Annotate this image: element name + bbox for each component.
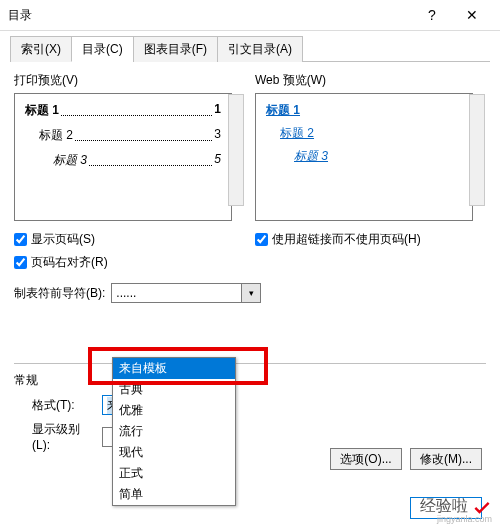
help-button[interactable]: ? (412, 1, 452, 29)
format-row: 格式(T): 来自模板 ▾ (32, 395, 486, 415)
preview-row: 打印预览(V) 标题 11 标题 23 标题 35 Web 预览(W) (14, 72, 486, 221)
chk-show-page-numbers-label: 显示页码(S) (31, 231, 95, 248)
tab-figures[interactable]: 图表目录(F) (133, 36, 218, 62)
wpv-heading3[interactable]: 标题 3 (294, 148, 462, 165)
tab-leader-row: 制表符前导符(B): ...... ▾ (14, 283, 486, 303)
titlebar-buttons: ? ✕ (412, 1, 492, 29)
print-preview-label-text: 打印预览(V) (14, 73, 78, 87)
print-preview-label: 打印预览(V) (14, 72, 245, 89)
format-option-formal[interactable]: 正式 (113, 463, 235, 484)
pv-heading3-text: 标题 3 (53, 152, 87, 169)
tab-leader-value: ...... (116, 286, 136, 300)
left-checks: 显示页码(S) 页码右对齐(R) (14, 225, 245, 277)
window-title: 目录 (8, 7, 412, 24)
separator-line (14, 363, 486, 364)
titlebar: 目录 ? ✕ (0, 0, 500, 31)
chk-show-page-numbers-box[interactable] (14, 233, 27, 246)
pv-heading1: 标题 11 (25, 102, 221, 119)
pv-heading2-text: 标题 2 (39, 127, 73, 144)
web-preview-label-text: Web 预览(W) (255, 73, 326, 87)
watermark: 经验啦 jingyanla.com (420, 496, 492, 517)
web-preview-scrollbar[interactable] (469, 94, 485, 206)
levels-label: 显示级别(L): (32, 421, 96, 452)
toc-dialog: 目录 ? ✕ 索引(X) 目录(C) 图表目录(F) 引文目录(A) 打印预览(… (0, 0, 500, 525)
dialog-button-row: 选项(O)... 修改(M)... (330, 448, 482, 470)
modify-button[interactable]: 修改(M)... (410, 448, 482, 470)
chk-use-hyperlinks-label: 使用超链接而不使用页码(H) (272, 231, 421, 248)
pv-heading1-text: 标题 1 (25, 102, 59, 119)
web-preview-label: Web 预览(W) (255, 72, 486, 89)
web-preview: 标题 1 标题 2 标题 3 (255, 93, 473, 221)
print-preview-scrollbar[interactable] (228, 94, 244, 206)
close-button[interactable]: ✕ (452, 1, 492, 29)
tab-index[interactable]: 索引(X) (10, 36, 72, 62)
format-option-elegant[interactable]: 优雅 (113, 400, 235, 421)
leader-dots (61, 102, 212, 116)
pv-heading3: 标题 35 (53, 152, 221, 169)
print-preview-wrap: 标题 11 标题 23 标题 35 (14, 93, 245, 221)
format-dropdown-list[interactable]: 来自模板 古典 优雅 流行 现代 正式 简单 (112, 357, 236, 506)
format-option-from-template[interactable]: 来自模板 (113, 358, 235, 379)
chevron-down-icon: ▾ (241, 284, 260, 302)
chk-show-page-numbers[interactable]: 显示页码(S) (14, 231, 245, 248)
tab-citations[interactable]: 引文目录(A) (217, 36, 303, 62)
tab-strip: 索引(X) 目录(C) 图表目录(F) 引文目录(A) (10, 35, 490, 62)
tab-leader-label: 制表符前导符(B): (14, 285, 105, 302)
checkbox-row: 显示页码(S) 页码右对齐(R) 使用超链接而不使用页码(H) (14, 225, 486, 277)
tab-body: 打印预览(V) 标题 11 标题 23 标题 35 Web 预览(W) (10, 62, 490, 462)
chk-right-align[interactable]: 页码右对齐(R) (14, 254, 245, 271)
pv-heading2-page: 3 (214, 127, 221, 144)
web-preview-wrap: 标题 1 标题 2 标题 3 (255, 93, 486, 221)
print-preview-col: 打印预览(V) 标题 11 标题 23 标题 35 (14, 72, 245, 221)
chk-right-align-box[interactable] (14, 256, 27, 269)
chk-use-hyperlinks[interactable]: 使用超链接而不使用页码(H) (255, 231, 486, 248)
pv-heading1-page: 1 (214, 102, 221, 119)
right-checks: 使用超链接而不使用页码(H) (255, 225, 486, 277)
pv-heading3-page: 5 (214, 152, 221, 169)
format-option-modern[interactable]: 现代 (113, 442, 235, 463)
web-preview-col: Web 预览(W) 标题 1 标题 2 标题 3 (255, 72, 486, 221)
chk-use-hyperlinks-box[interactable] (255, 233, 268, 246)
format-option-simple[interactable]: 简单 (113, 484, 235, 505)
pv-heading2: 标题 23 (39, 127, 221, 144)
print-preview: 标题 11 标题 23 标题 35 (14, 93, 232, 221)
client-area: 索引(X) 目录(C) 图表目录(F) 引文目录(A) 打印预览(V) 标题 1… (0, 31, 500, 462)
leader-dots (75, 127, 212, 141)
chk-right-align-label: 页码右对齐(R) (31, 254, 108, 271)
wpv-heading2[interactable]: 标题 2 (280, 125, 462, 142)
tab-toc[interactable]: 目录(C) (71, 36, 134, 62)
format-label: 格式(T): (32, 397, 96, 414)
leader-dots (89, 152, 212, 166)
general-group-title: 常规 (14, 372, 486, 389)
format-option-fashion[interactable]: 流行 (113, 421, 235, 442)
watermark-url: jingyanla.com (437, 514, 492, 524)
options-button[interactable]: 选项(O)... (330, 448, 402, 470)
wpv-heading1[interactable]: 标题 1 (266, 102, 462, 119)
format-option-classic[interactable]: 古典 (113, 379, 235, 400)
tab-leader-combo[interactable]: ...... ▾ (111, 283, 261, 303)
